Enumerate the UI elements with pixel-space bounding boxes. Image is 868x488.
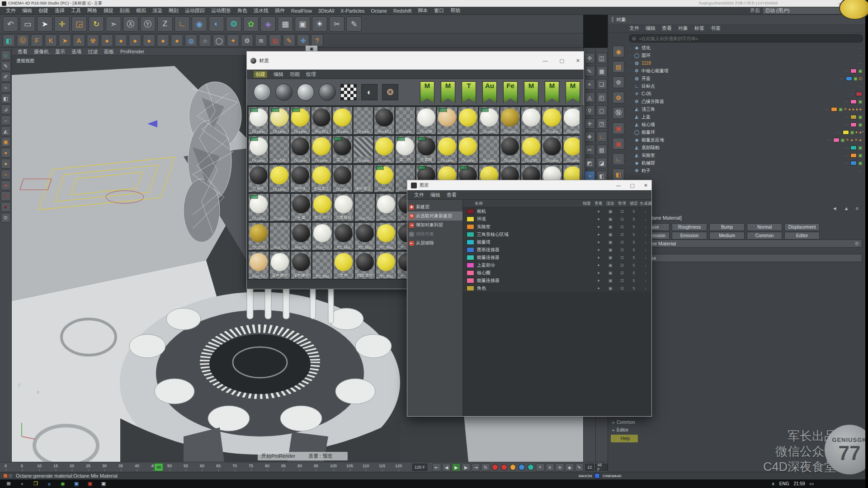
z-axis-lock-icon[interactable]: Z xyxy=(157,16,173,32)
brush-icon[interactable]: ✢ xyxy=(585,118,595,129)
material-thumbnail[interactable]: 肉眼罩壁 xyxy=(354,251,375,279)
close-icon[interactable]: ✕ xyxy=(644,183,648,188)
main-menu-10[interactable]: 雕刻 xyxy=(169,7,179,14)
layer-toggle-icon[interactable]: ▣ xyxy=(604,209,616,214)
main-menu-14[interactable]: 流水线 xyxy=(254,7,269,14)
gear-icon[interactable]: ⚙ xyxy=(613,76,624,88)
model-mode-icon[interactable]: ➤ xyxy=(59,34,71,47)
position-key-icon[interactable]: ✛ xyxy=(555,463,564,471)
material-thumbnail[interactable]: MIXG xyxy=(437,107,457,135)
clock[interactable]: 21:59 xyxy=(794,481,805,486)
viewport-menu-3[interactable]: 选项 xyxy=(71,48,81,55)
material-thumbnail[interactable]: mat_Ul xyxy=(354,193,375,221)
viewport-menu-5[interactable]: 面板 xyxy=(104,48,114,55)
material-thumbnail[interactable]: Octane xyxy=(521,107,541,135)
object-row[interactable]: ∙◈机械臂∙∙▣ xyxy=(629,159,862,167)
main-menu-23[interactable]: 帮助 xyxy=(450,7,460,14)
layer-row[interactable]: 能量塔 ●▣⊡5↓ xyxy=(463,238,651,246)
record-dot-icon[interactable] xyxy=(492,464,498,470)
undo-icon[interactable]: ↶ xyxy=(3,16,18,32)
file-explorer-icon[interactable]: ❐ xyxy=(31,480,41,487)
layer-toggle-icon[interactable]: ↓ xyxy=(640,217,651,221)
octane-preset-banner-icon[interactable]: T xyxy=(462,81,476,103)
object-row[interactable]: ∙◈优化∙∙ xyxy=(629,44,862,52)
layer-toggle-icon[interactable]: 5 xyxy=(628,263,640,267)
selection-box-icon[interactable]: ▭ xyxy=(20,16,35,32)
viewport-menu-2[interactable]: 显示 xyxy=(55,48,65,55)
tab-emission[interactable]: Emission xyxy=(672,232,707,239)
layer-toggle-icon[interactable]: ▣ xyxy=(604,255,616,260)
main-menu-11[interactable]: 运动跟踪 xyxy=(185,7,205,14)
material-thumbnail[interactable]: RockGl xyxy=(311,107,331,135)
layers-menu-2[interactable]: 查看 xyxy=(447,192,457,198)
layer-toggle-icon[interactable]: ↓ xyxy=(640,255,651,260)
points-mode-icon[interactable]: Ⓤ xyxy=(17,34,29,47)
pen-icon[interactable]: ✎ xyxy=(346,16,362,32)
layer-command[interactable]: ⧉从选取对象新建层 xyxy=(407,211,462,221)
expand-dot-icon[interactable]: ∙ xyxy=(629,130,633,135)
material-thumbnail[interactable]: MIX第三代 xyxy=(332,136,353,164)
keyframe-icon[interactable]: ⌖ xyxy=(536,463,545,471)
main-menu-22[interactable]: 窗口 xyxy=(434,7,444,14)
material-icon[interactable]: ▣ xyxy=(1,137,11,147)
main-menu-17[interactable]: 3DtoAll xyxy=(318,8,334,14)
layer-color-swatch[interactable] xyxy=(467,216,474,222)
magnet-icon[interactable]: ⚲ xyxy=(585,105,595,116)
material-thumbnail[interactable]: RS Mat xyxy=(333,222,354,250)
phong-tag-icon[interactable]: ▣ xyxy=(858,161,862,165)
mini-field[interactable]: 12 xyxy=(585,464,594,471)
expand-dot-icon[interactable]: ∙ xyxy=(629,160,633,165)
layer-toggle-icon[interactable]: 5 xyxy=(628,271,640,275)
layer-toggle-icon[interactable]: ⊡ xyxy=(616,263,628,267)
array-cube-icon[interactable]: ◰ xyxy=(597,92,607,103)
tool-icon[interactable]: ● xyxy=(1,180,11,190)
close-icon[interactable]: ✕ xyxy=(576,58,580,64)
section-diffuse[interactable]: ▾ Diffuse xyxy=(632,254,862,262)
layer-toggle-icon[interactable]: ● xyxy=(593,286,604,291)
material-thumbnail[interactable]: 黑色 xyxy=(333,251,354,279)
language-indicator[interactable]: ENG xyxy=(779,481,789,486)
corner-cube-icon[interactable]: ◪ xyxy=(597,158,607,168)
y-axis-lock-icon[interactable]: Ⓨ xyxy=(140,16,156,32)
material-thumbnail[interactable]: Octane xyxy=(332,164,353,192)
expand-dot-icon[interactable]: ∙ xyxy=(629,68,633,73)
material-thumbnail[interactable]: Octane xyxy=(332,107,353,135)
visibility-dots-icon[interactable]: ∙∙ xyxy=(837,130,841,135)
visibility-dots-icon[interactable]: ∙∙ xyxy=(840,76,844,81)
search-icon[interactable]: ⌕ xyxy=(17,480,27,487)
object-manager-header[interactable]: 对象 xyxy=(608,15,866,24)
tray-chevron-icon[interactable]: ∧ xyxy=(772,481,775,486)
layer-toggle-icon[interactable]: ● xyxy=(593,278,604,283)
material-preset-sphere-icon[interactable] xyxy=(254,84,271,101)
scale-icon[interactable]: ◲ xyxy=(71,16,87,32)
mesh-icon[interactable]: ◬ xyxy=(585,92,595,103)
main-menu-16[interactable]: RealFlow xyxy=(291,8,312,14)
object-menu-5[interactable]: 书签 xyxy=(711,25,721,32)
layer-toggle-icon[interactable]: ● xyxy=(593,263,604,267)
layer-toggle-icon[interactable]: ● xyxy=(593,225,604,229)
box-icon[interactable]: ▢ xyxy=(597,105,607,116)
checkerboard-icon[interactable] xyxy=(340,84,357,100)
material-thumbnail[interactable]: Octane xyxy=(353,136,373,164)
tool-icon[interactable]: ● xyxy=(143,34,155,47)
make-editable-icon[interactable]: ◧ xyxy=(3,34,15,47)
material-thumbnail[interactable]: mat_Ul xyxy=(269,222,290,250)
layer-toggle-icon[interactable]: ↓ xyxy=(640,240,651,244)
triangle-icon[interactable]: ⊿ xyxy=(1,104,11,114)
layer-toggle-icon[interactable]: ▣ xyxy=(604,225,616,229)
star-icon[interactable]: ✦ xyxy=(227,34,239,47)
platonic-icon[interactable]: ◳ xyxy=(597,118,607,129)
browser-icon[interactable]: e xyxy=(44,480,54,487)
tool-icon[interactable]: ● xyxy=(1,148,11,158)
pyramid-icon[interactable]: ◭ xyxy=(1,126,11,136)
material-thumbnail[interactable]: 三角区 xyxy=(248,164,269,192)
material-thumbnail[interactable]: MIXOctane xyxy=(248,193,269,221)
phong-tag-icon[interactable]: ▣ xyxy=(839,107,843,112)
notification-icon[interactable]: ▭ xyxy=(810,481,814,486)
main-menu-5[interactable]: 网格 xyxy=(87,7,97,14)
main-menu-1[interactable]: 编辑 xyxy=(22,7,32,14)
material-thumbnail[interactable]: MIX元素模 xyxy=(416,136,436,164)
layers-menu-0[interactable]: 文件 xyxy=(414,192,424,198)
expand-dot-icon[interactable]: ∙ xyxy=(629,114,633,119)
tv-red-icon[interactable]: ▣ xyxy=(613,122,624,134)
